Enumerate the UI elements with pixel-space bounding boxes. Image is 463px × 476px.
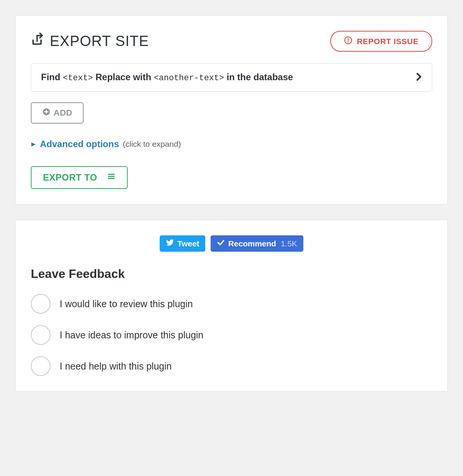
page-title: EXPORT SITE [31,33,149,50]
export-site-card: EXPORT SITE REPORT ISSUE Find <text> Rep… [15,15,448,205]
chevron-right-icon [416,73,422,83]
feedback-option-ideas[interactable]: I have ideas to improve this plugin [31,325,432,345]
export-header: EXPORT SITE REPORT ISSUE [31,31,432,52]
feedback-option-label: I need help with this plugin [60,361,172,372]
add-button-label: ADD [54,108,72,118]
radio-icon [31,325,51,345]
find-replace-text: Find <text> Replace with <another-text> … [41,72,293,83]
replace-placeholder: <another-text> [154,73,224,83]
recommend-count: 1.5K [281,239,297,248]
feedback-heading: Leave Feedback [31,267,432,281]
menu-icon [107,172,116,183]
recommend-label: Recommend [228,239,276,248]
advanced-options-toggle[interactable]: Advanced options (click to expand) [31,139,432,149]
alert-circle-icon [344,36,352,46]
advanced-options-label: Advanced options [40,139,119,149]
feedback-options-list: I would like to review this plugin I hav… [31,294,432,376]
replace-label: Replace with [95,72,151,82]
svg-point-2 [348,42,348,42]
feedback-option-label: I would like to review this plugin [60,298,193,309]
tweet-label: Tweet [177,239,199,248]
report-issue-button[interactable]: REPORT ISSUE [330,31,432,52]
find-label: Find [41,72,60,82]
caret-right-icon [31,139,36,149]
twitter-icon [166,238,174,249]
export-to-button[interactable]: EXPORT TO [31,166,128,189]
plus-circle-icon [42,108,51,118]
feedback-option-label: I have ideas to improve this plugin [60,330,203,341]
radio-icon [31,356,51,376]
check-icon [217,238,225,249]
radio-icon [31,294,51,314]
tweet-button[interactable]: Tweet [160,235,205,252]
report-issue-label: REPORT ISSUE [357,37,419,46]
export-icon [31,33,50,50]
add-button[interactable]: ADD [31,102,84,124]
find-replace-suffix: in the database [227,72,293,82]
find-replace-panel[interactable]: Find <text> Replace with <another-text> … [31,63,432,92]
export-to-label: EXPORT TO [43,172,97,183]
feedback-option-help[interactable]: I need help with this plugin [31,356,432,376]
find-placeholder: <text> [63,73,93,83]
recommend-button[interactable]: Recommend 1.5K [211,235,303,252]
feedback-card: Tweet Recommend 1.5K Leave Feedback I wo… [15,220,448,392]
svg-marker-6 [31,142,35,146]
advanced-options-hint: (click to expand) [123,140,181,149]
social-buttons-row: Tweet Recommend 1.5K [31,235,432,252]
feedback-option-review[interactable]: I would like to review this plugin [31,294,432,314]
page-title-text: EXPORT SITE [50,33,149,49]
